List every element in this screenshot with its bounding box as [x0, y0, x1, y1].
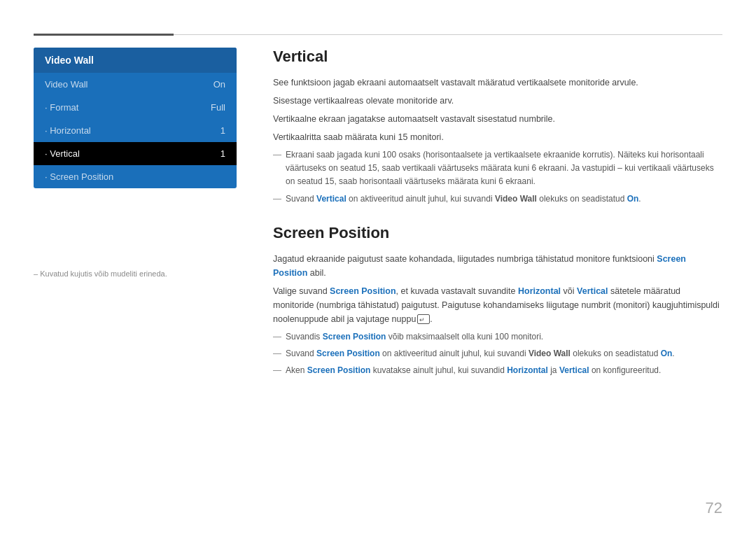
sidebar-item-vertical-value: 1 [220, 148, 225, 159]
screen-position-title: Screen Position [273, 224, 722, 242]
sidebar-item-vertical-label: · Vertical [45, 148, 80, 159]
sidebar-item-video-wall-label: Video Wall [45, 79, 88, 90]
sp-note-2: — Suvand Screen Position on aktiveeritud… [273, 347, 722, 360]
note-dash-1: — [273, 148, 281, 162]
sp-note-2-text: Suvand Screen Position on aktiveeritud a… [286, 347, 675, 360]
vertical-note-2-text: Suvand Vertical on aktiveeritud ainult j… [286, 192, 641, 206]
sp-note-1: — Suvandis Screen Position võib maksimaa… [273, 330, 722, 344]
top-line-dark [34, 34, 174, 36]
note-dash-2: — [273, 192, 281, 206]
sp-note-3: — Aken Screen Position kuvatakse ainult … [273, 364, 722, 377]
sidebar-item-format[interactable]: · Format Full [34, 96, 237, 119]
sidebar-footnote: – Kuvatud kujutis võib mudeliti erineda. [34, 269, 167, 278]
sp-note-3-text: Aken Screen Position kuvatakse ainult ju… [286, 364, 661, 377]
vertical-para-3: Vertikaalne ekraan jagatakse automaatsel… [273, 112, 722, 126]
sp-note-dash-3: — [273, 364, 281, 377]
sidebar-item-format-value: Full [211, 102, 225, 113]
sidebar-item-screen-position[interactable]: · Screen Position [34, 165, 237, 188]
sidebar-item-vertical[interactable]: · Vertical 1 [34, 142, 237, 165]
vertical-para-1: See funktsioon jagab ekraani automaatsel… [273, 76, 722, 90]
vertical-note-2: — Suvand Vertical on aktiveeritud ainult… [273, 192, 722, 206]
top-line-light [174, 34, 722, 35]
sidebar-item-screen-position-label: · Screen Position [45, 171, 113, 182]
sp-note-dash-2: — [273, 347, 281, 360]
sidebar-item-format-label: · Format [45, 102, 78, 113]
sp-para-1: Jagatud ekraanide paigutust saate kohand… [273, 252, 722, 280]
vertical-section-title: Vertical [273, 48, 722, 66]
vertical-note-1-text: Ekraani saab jagada kuni 100 osaks (hori… [286, 148, 722, 189]
enter-icon [417, 314, 430, 324]
top-lines [0, 34, 756, 36]
sp-note-1-text: Suvandis Screen Position võib maksimaals… [286, 330, 543, 344]
vertical-note-1: — Ekraani saab jagada kuni 100 osaks (ho… [273, 148, 722, 189]
sidebar-item-horizontal-value: 1 [220, 125, 225, 136]
sp-note-dash-1: — [273, 330, 281, 344]
sidebar-item-horizontal-label: · Horizontal [45, 125, 91, 136]
vertical-para-4: Vertikaalritta saab määrata kuni 15 moni… [273, 130, 722, 144]
sp-para-2: Valige suvand Screen Position, et kuvada… [273, 284, 722, 326]
sidebar-title: Video Wall [34, 48, 237, 73]
main-content: Vertical See funktsioon jagab ekraani au… [273, 48, 722, 500]
vertical-para-2: Sisestage vertikaalreas olevate monitori… [273, 94, 722, 108]
sidebar: Video Wall Video Wall On · Format Full ·… [34, 48, 237, 188]
sidebar-item-horizontal[interactable]: · Horizontal 1 [34, 119, 237, 142]
sidebar-item-video-wall-value: On [214, 79, 225, 90]
screen-position-section: Screen Position Jagatud ekraanide paigut… [273, 224, 722, 378]
page-number: 72 [706, 499, 722, 517]
sidebar-item-video-wall[interactable]: Video Wall On [34, 73, 237, 96]
